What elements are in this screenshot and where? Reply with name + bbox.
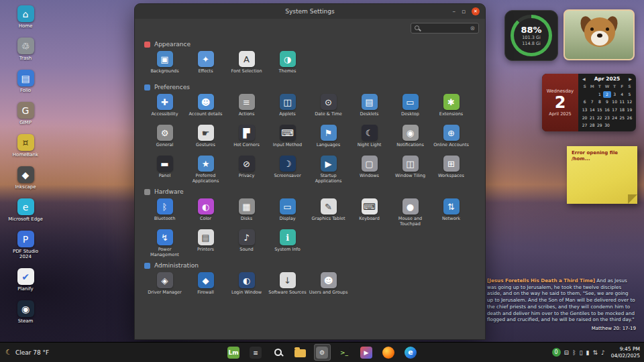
calendar-day-11[interactable]: 11 — [619, 99, 626, 106]
settings-item-effects[interactable]: ✦Effects — [185, 51, 226, 78]
clock-applet[interactable]: 9:45 PM 04/02/2025 — [611, 346, 640, 359]
search-icon[interactable] — [270, 344, 286, 361]
calendar-day-30[interactable]: 30 — [603, 122, 610, 129]
calendar-day-19[interactable]: 19 — [626, 107, 633, 114]
settings-item-disks[interactable]: ▦Disks — [226, 198, 267, 225]
desktop-icon-home[interactable]: ⌂Home — [7, 5, 44, 29]
settings-item-screensaver[interactable]: ☽Screensaver — [267, 156, 308, 182]
settings-item-font-selection[interactable]: AFont Selection — [226, 51, 267, 78]
sticky-note-widget[interactable]: Error opening file /hom... — [567, 146, 637, 204]
settings-item-preferred-applications[interactable]: ★Preferred Applications — [185, 156, 226, 182]
calendar-day-1[interactable]: 1 — [596, 91, 603, 99]
calendar-day-29[interactable]: 29 — [596, 122, 603, 129]
media-app-icon[interactable]: ▶ — [358, 344, 375, 361]
calendar-day-16[interactable]: 16 — [603, 107, 610, 114]
desktop-icon-planify[interactable]: ✔Planify — [7, 268, 44, 292]
calendar-day-4[interactable]: 4 — [619, 91, 626, 99]
settings-item-startup-applications[interactable]: ▶Startup Applications — [308, 156, 349, 182]
usb-icon[interactable]: ⊟ — [564, 349, 570, 356]
settings-item-languages[interactable]: ⚑Languages — [308, 125, 349, 152]
desktop-icon-trash[interactable]: ♲Trash — [7, 38, 44, 61]
mint-menu-icon[interactable]: Lm — [225, 344, 242, 361]
settings-item-panel[interactable]: ▬Panel — [144, 156, 185, 182]
calendar-day-17[interactable]: 17 — [611, 107, 619, 114]
settings-item-graphics-tablet[interactable]: ✎Graphics Tablet — [308, 198, 349, 225]
settings-item-desktop[interactable]: ▭Desktop — [390, 94, 431, 121]
calendar-day-9[interactable]: 9 — [603, 99, 610, 106]
settings-item-applets[interactable]: ◫Applets — [267, 94, 308, 121]
calendar-day-13[interactable]: 13 — [581, 107, 588, 114]
settings-item-actions[interactable]: ≡Actions — [226, 94, 267, 121]
settings-item-backgrounds[interactable]: ▣Backgrounds — [144, 51, 185, 78]
settings-item-windows[interactable]: ▢Windows — [349, 156, 390, 182]
weather-applet[interactable]: ☾ Clear 78 °F — [5, 348, 49, 357]
calendar-day-27[interactable]: 27 — [581, 122, 588, 129]
calendar-day-20[interactable]: 20 — [581, 115, 588, 122]
close-button[interactable]: ✕ — [472, 7, 480, 15]
settings-item-date-time[interactable]: ⊙Date & Time — [308, 94, 349, 121]
settings-item-hot-corners[interactable]: ▛Hot Corners — [226, 125, 267, 152]
settings-item-window-tiling[interactable]: ◫Window Tiling — [390, 156, 431, 182]
calendar-day-7[interactable]: 7 — [588, 99, 596, 106]
system-settings-icon[interactable]: ⚙ — [314, 344, 331, 361]
search-box[interactable]: ⊗ — [411, 23, 479, 34]
settings-item-network[interactable]: ⇅Network — [431, 198, 472, 225]
calendar-day-2[interactable]: 2 — [603, 91, 610, 99]
settings-item-accessibility[interactable]: ✚Accessibility — [144, 94, 185, 121]
calendar-day-5[interactable]: 5 — [626, 91, 633, 99]
settings-item-night-light[interactable]: ☾Night Light — [349, 125, 390, 152]
settings-item-general[interactable]: ⚙General — [144, 125, 185, 152]
settings-item-privacy[interactable]: ⊘Privacy — [226, 156, 267, 182]
updates-badge[interactable]: 0 — [552, 348, 561, 357]
calendar-next-button[interactable]: ▶ — [629, 76, 632, 81]
calendar-widget[interactable]: Wednesday 2 April 2025 ◀ Apr 2025 ▶ SMTW… — [542, 74, 636, 131]
disk-usage-widget[interactable]: 88% 101.3 Gi 114.8 Gi — [504, 10, 558, 61]
settings-item-printers[interactable]: ▤Printers — [185, 229, 226, 256]
settings-item-gestures[interactable]: ☛Gestures — [185, 125, 226, 152]
calendar-day-28[interactable]: 28 — [588, 122, 596, 129]
window-titlebar[interactable]: System Settings – ▫ ✕ — [135, 4, 485, 19]
calendar-day-8[interactable]: 8 — [596, 99, 603, 106]
settings-item-desklets[interactable]: ▤Desklets — [349, 94, 390, 121]
settings-item-workspaces[interactable]: ⊞Workspaces — [431, 156, 472, 182]
minimize-button[interactable]: – — [452, 9, 455, 15]
settings-item-driver-manager[interactable]: ◈Driver Manager — [144, 272, 185, 299]
calendar-day-26[interactable]: 26 — [626, 115, 633, 122]
bluetooth-icon[interactable]: ᛒ — [572, 349, 576, 356]
desktop-icon-gimp[interactable]: GGIMP — [7, 102, 44, 125]
settings-item-system-info[interactable]: ℹSystem Info — [267, 229, 308, 256]
calendar-day-10[interactable]: 10 — [611, 99, 619, 106]
calendar-day-25[interactable]: 25 — [619, 115, 626, 122]
settings-item-display[interactable]: ▭Display — [267, 198, 308, 225]
terminal-icon[interactable]: >_ — [336, 344, 353, 361]
settings-item-input-method[interactable]: ⌨Input Method — [267, 125, 308, 152]
calendar-day-12[interactable]: 12 — [626, 99, 633, 106]
settings-item-login-window[interactable]: ◐Login Window — [226, 272, 267, 299]
settings-item-online-accounts[interactable]: ⊕Online Accounts — [431, 125, 472, 152]
desktop-icon-homebank[interactable]: ¤HomeBank — [7, 134, 44, 158]
phone-icon[interactable]: ▯ — [580, 349, 583, 356]
firefox-icon[interactable] — [380, 344, 397, 361]
desktop-icon-inkscape[interactable]: ◆Inkscape — [7, 166, 44, 190]
calendar-day-18[interactable]: 18 — [619, 107, 626, 114]
desktop-icon-microsoft-edge[interactable]: eMicrosoft Edge — [7, 198, 44, 222]
calendar-day-21[interactable]: 21 — [588, 115, 596, 122]
calendar-day-24[interactable]: 24 — [611, 115, 619, 122]
edge-icon[interactable]: e — [402, 344, 419, 361]
desktop-icon-pdf-studio-2024[interactable]: PPDF Studio 2024 — [7, 231, 44, 259]
settings-item-mouse-and-touchpad[interactable]: ●Mouse and Touchpad — [390, 198, 431, 225]
desktop-icon-steam[interactable]: ◉Steam — [7, 300, 44, 324]
calendar-day-14[interactable]: 14 — [588, 107, 596, 114]
clear-search-icon[interactable]: ⊗ — [470, 25, 475, 32]
settings-item-software-sources[interactable]: ↓Software Sources — [267, 272, 308, 299]
search-input[interactable] — [422, 25, 467, 31]
settings-item-power-management[interactable]: ↯Power Management — [144, 229, 185, 256]
files-icon[interactable] — [292, 344, 309, 361]
settings-item-extensions[interactable]: ✱Extensions — [431, 94, 472, 121]
calendar-day-15[interactable]: 15 — [596, 107, 603, 114]
calendar-day-22[interactable]: 22 — [596, 115, 603, 122]
maximize-button[interactable]: ▫ — [462, 9, 466, 15]
settings-item-notifications[interactable]: ◉Notifications — [390, 125, 431, 152]
text-editor-icon[interactable]: ≡ — [248, 344, 264, 361]
volume-icon[interactable]: ♪ — [601, 349, 605, 356]
